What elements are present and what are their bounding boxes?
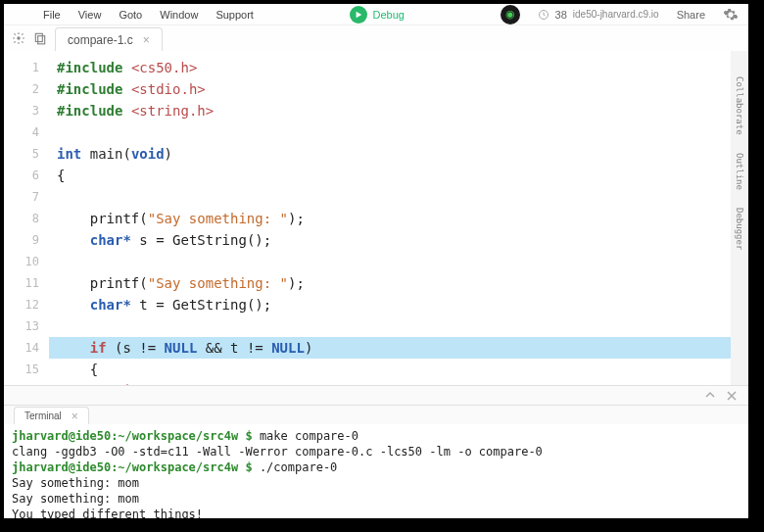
terminal-tab-label: Terminal xyxy=(24,411,62,421)
code-line[interactable]: int main(void) xyxy=(57,143,748,165)
terminal-line: jharvard@ide50:~/workspace/src4w $ make … xyxy=(12,428,740,444)
tab-row: compare-1.c × xyxy=(4,25,748,51)
code-line[interactable] xyxy=(57,121,748,143)
menu-view[interactable]: View xyxy=(78,9,102,21)
terminal-line: Say something: mom xyxy=(12,475,740,491)
panel-expand-icon[interactable] xyxy=(705,391,715,401)
workspace-host: ide50-jharvard.c9.io xyxy=(573,9,659,20)
menu-file[interactable]: File xyxy=(43,9,61,21)
panel-bar xyxy=(4,385,748,405)
code-line[interactable]: #include <stdio.h> xyxy=(57,78,748,100)
terminal-line: You typed different things! xyxy=(12,507,740,518)
code-line[interactable]: if (s != NULL && t != NULL) xyxy=(49,337,748,359)
menu-window[interactable]: Window xyxy=(160,9,198,21)
code-editor[interactable]: 1234567891011121314151617181920 #include… xyxy=(4,51,748,385)
code-line[interactable]: char* t = GetString(); xyxy=(57,294,748,315)
clock-icon xyxy=(538,9,549,21)
debug-button[interactable]: Debug xyxy=(350,6,405,24)
menu-support[interactable]: Support xyxy=(215,9,254,21)
tab-compare-1[interactable]: compare-1.c × xyxy=(55,27,163,51)
svg-rect-3 xyxy=(38,36,45,44)
rail-collaborate[interactable]: Collaborate xyxy=(729,76,748,135)
code-line[interactable] xyxy=(57,186,748,208)
code-line[interactable]: #include <string.h> xyxy=(57,100,748,121)
menubar: File View Goto Window Support Debug ◉ 38… xyxy=(4,4,748,25)
rail-debugger[interactable]: Debugger xyxy=(729,208,748,250)
code-line[interactable]: { xyxy=(57,165,748,186)
files-icon[interactable] xyxy=(33,31,47,45)
code-line[interactable]: #include <cs50.h> xyxy=(57,57,748,78)
terminal-line: clang -ggdb3 -O0 -std=c11 -Wall -Werror … xyxy=(12,444,740,459)
tab-filename: compare-1.c xyxy=(68,33,133,47)
line-gutter: 1234567891011121314151617181920 xyxy=(4,51,49,385)
code-line[interactable] xyxy=(57,315,748,337)
share-button[interactable]: Share xyxy=(677,9,705,21)
menu-goto[interactable]: Goto xyxy=(119,9,142,21)
code-area[interactable]: #include <cs50.h>#include <stdio.h>#incl… xyxy=(49,51,748,385)
code-line[interactable]: printf("Say something: "); xyxy=(57,208,748,229)
rail-outline[interactable]: Outline xyxy=(729,153,748,190)
settings-icon[interactable] xyxy=(12,31,25,45)
debug-label: Debug xyxy=(373,9,405,21)
play-icon xyxy=(350,6,367,24)
svg-point-1 xyxy=(17,36,21,40)
code-line[interactable]: printf("Say something: "); xyxy=(57,272,748,294)
code-line[interactable] xyxy=(57,251,748,272)
gear-icon[interactable] xyxy=(723,7,739,23)
code-line[interactable]: char* s = GetString(); xyxy=(57,229,748,251)
terminal-line: Say something: mom xyxy=(12,491,740,507)
panel-tabs: Terminal × xyxy=(4,405,748,424)
close-icon[interactable]: × xyxy=(72,410,78,423)
svg-rect-2 xyxy=(35,33,42,41)
notification-count[interactable]: 38 xyxy=(555,9,567,21)
avatar[interactable]: ◉ xyxy=(501,5,520,24)
panel-close-icon[interactable] xyxy=(727,391,737,401)
right-rail: Collaborate Outline Debugger xyxy=(731,51,748,385)
close-icon[interactable]: × xyxy=(143,33,150,47)
code-line[interactable]: if (strcmp(s, t) == 0) xyxy=(57,380,748,385)
code-line[interactable]: { xyxy=(57,359,748,380)
terminal[interactable]: jharvard@ide50:~/workspace/src4w $ make … xyxy=(4,424,748,518)
tab-terminal[interactable]: Terminal × xyxy=(14,407,89,424)
terminal-line: jharvard@ide50:~/workspace/src4w $ ./com… xyxy=(12,459,740,475)
